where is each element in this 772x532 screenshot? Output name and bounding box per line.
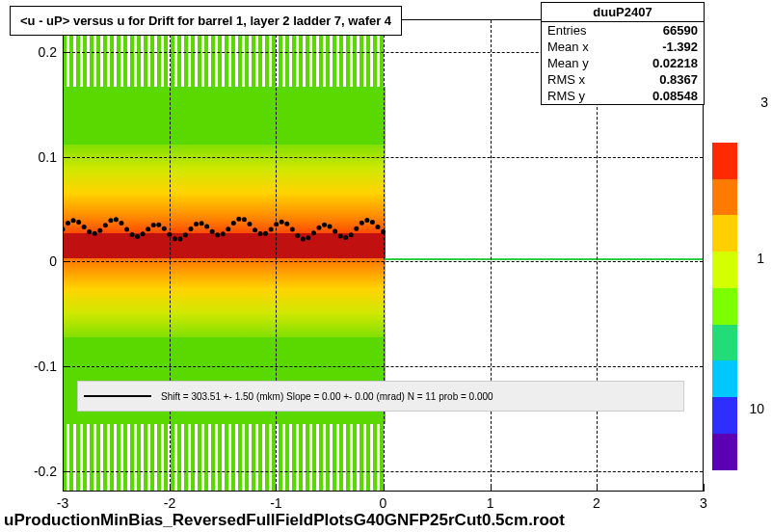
tick-mark [170, 484, 171, 492]
tick-mark [63, 484, 64, 492]
x-tick-label: 3 [700, 492, 707, 511]
hist-name: duuP2407 [542, 3, 704, 22]
x-tick-label: 2 [593, 492, 600, 511]
rmsy-value: 0.08548 [652, 89, 698, 103]
colorbar-tick-label: 10 [749, 401, 764, 416]
stats-row: Mean y0.02218 [542, 55, 704, 71]
stats-box: duuP2407 Entries66590 Mean x-1.392 Mean … [541, 2, 705, 105]
tick-mark [276, 484, 277, 492]
x-tick-label: 0 [380, 492, 387, 511]
tick-mark [63, 52, 70, 53]
footer-filename: uProductionMinBias_ReversedFullFieldPlot… [0, 511, 772, 530]
fit-legend: Shift = 303.51 +- 1.50 (mkm) Slope = 0.0… [77, 381, 684, 412]
fit-text: Shift = 303.51 +- 1.50 (mkm) Slope = 0.0… [161, 391, 493, 402]
tick-mark [597, 484, 598, 492]
entries-value: 66590 [663, 23, 698, 38]
entries-label: Entries [547, 23, 586, 38]
y-tick-label: 0.2 [39, 44, 63, 60]
meany-value: 0.02218 [652, 56, 698, 70]
plot-title: <u - uP> versus u for Drift for barrel 1… [10, 6, 402, 36]
meanx-label: Mean x [547, 40, 589, 54]
rmsy-label: RMS y [547, 89, 585, 103]
gridline-vertical [384, 20, 385, 492]
x-tick-label: -1 [270, 492, 281, 511]
rmsx-label: RMS x [547, 72, 585, 87]
gridline-vertical [491, 20, 492, 492]
tick-mark [63, 157, 70, 158]
tick-mark [63, 366, 70, 367]
y-tick-label: 0 [49, 253, 63, 269]
stats-row: RMS x0.8367 [542, 71, 704, 88]
y-tick-label: -0.1 [34, 359, 63, 374]
gridline-vertical [276, 20, 277, 492]
tick-mark [384, 484, 385, 492]
tick-mark [491, 484, 492, 492]
tick-mark [63, 261, 70, 262]
meanx-value: -1.392 [662, 40, 698, 54]
colorbar-tick-label: 1 [757, 251, 764, 266]
stats-row: Entries66590 [542, 22, 704, 39]
overflow-tick: 3 [760, 94, 768, 110]
colorbar [712, 143, 737, 470]
tick-mark [704, 484, 705, 492]
rmsx-value: 0.8367 [659, 72, 698, 87]
stats-row: Mean x-1.392 [542, 39, 704, 55]
y-tick-label: 0.1 [39, 149, 63, 165]
gridline-vertical [170, 20, 171, 492]
fit-line-sample [84, 395, 151, 397]
x-tick-label: 1 [487, 492, 494, 511]
x-tick-label: -2 [164, 492, 175, 511]
tick-mark [63, 471, 70, 472]
stats-row: RMS y0.08548 [542, 88, 704, 104]
x-tick-label: -3 [57, 492, 68, 511]
y-tick-label: -0.2 [34, 464, 63, 479]
meany-label: Mean y [547, 56, 589, 70]
